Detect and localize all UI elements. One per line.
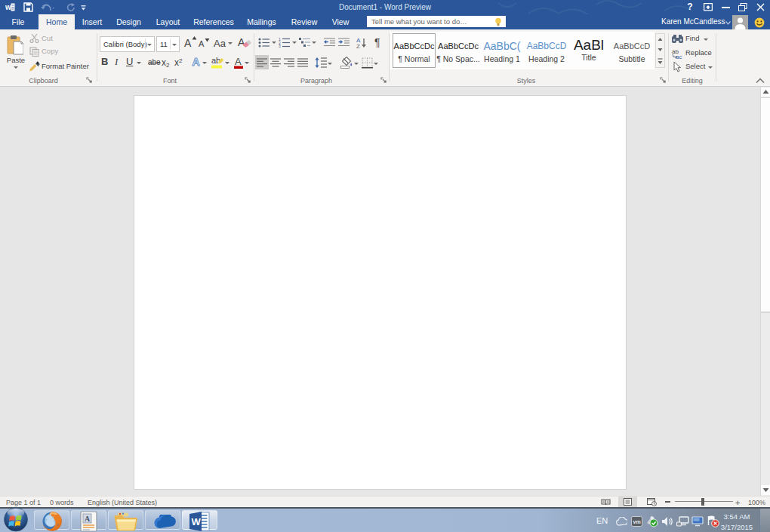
svg-text:ac: ac bbox=[676, 54, 682, 59]
svg-text:3: 3 bbox=[279, 44, 281, 48]
svg-text:w: w bbox=[5, 3, 11, 11]
svg-text:A: A bbox=[192, 56, 200, 67]
svg-text:A: A bbox=[85, 515, 91, 523]
svg-text:vm: vm bbox=[633, 519, 641, 524]
svg-text:A: A bbox=[235, 56, 242, 67]
svg-text:Z: Z bbox=[356, 43, 360, 48]
svg-text:A: A bbox=[238, 36, 245, 48]
svg-text:W: W bbox=[192, 516, 202, 527]
